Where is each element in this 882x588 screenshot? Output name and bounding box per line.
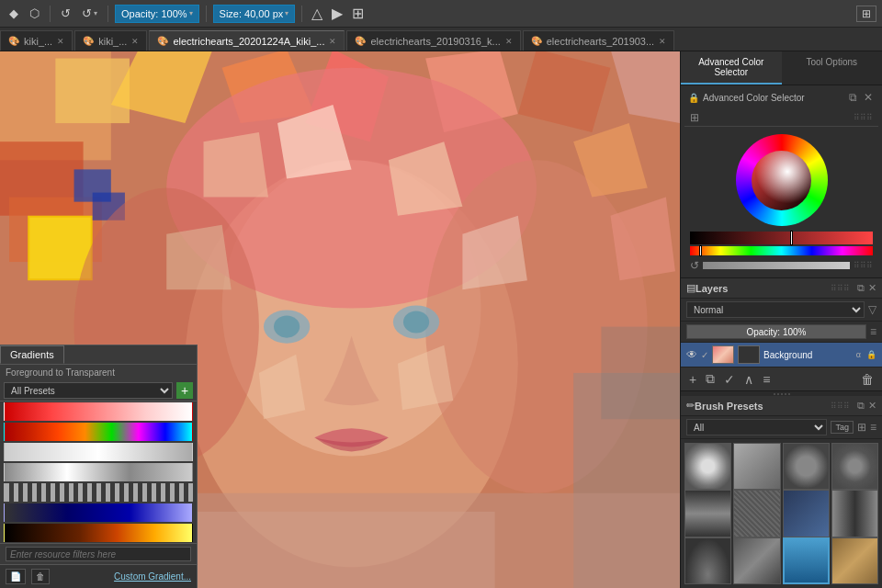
gradient-item-2[interactable] <box>4 423 193 441</box>
layer-row[interactable]: 👁 ✓ Background α 🔒 <box>681 343 882 368</box>
tab-3[interactable]: 🎨 electrichearts_20201224A_kiki_... ✕ <box>149 30 345 51</box>
brush-list-btn[interactable]: ≡ <box>870 421 876 434</box>
brush-tag-btn[interactable]: Tag <box>831 421 854 434</box>
cs-refresh-btn[interactable]: ↺ <box>690 259 699 272</box>
layer-copy-btn[interactable]: ⧉ <box>703 370 718 388</box>
svg-rect-30 <box>601 327 680 420</box>
cs-header: 🔒 Advanced Color Selector ⧉ ✕ <box>684 89 878 106</box>
tab-2-close[interactable]: ✕ <box>131 37 139 46</box>
gradients-tab[interactable]: Gradients <box>0 345 64 364</box>
window-tile-btn[interactable]: ⊞ <box>856 6 876 22</box>
crop-btn[interactable]: ⊞ <box>349 4 367 23</box>
undo-btn[interactable]: ↺ <box>57 5 74 22</box>
layers-detach-btn[interactable]: ⧉ <box>857 282 865 294</box>
gradient-add-btn[interactable]: + <box>176 382 193 399</box>
brush-thumb-1[interactable] <box>684 443 731 490</box>
brush-thumb-2[interactable] <box>733 443 780 490</box>
layers-icon: ▤ <box>686 282 695 294</box>
tab-4-icon: 🎨 <box>355 36 366 46</box>
custom-gradient-btn[interactable]: Custom Gradient... <box>114 571 191 582</box>
gradient-item-6[interactable] <box>4 503 193 522</box>
gradient-filter-input[interactable] <box>6 547 191 561</box>
tab-2[interactable]: 🎨 kiki_... ✕ <box>74 30 147 51</box>
cs-gray-slider[interactable] <box>703 262 850 269</box>
gradient-item-3[interactable] <box>4 443 193 461</box>
brush-thumb-9[interactable] <box>684 537 731 584</box>
blend-mode-select[interactable]: Normal <box>686 301 865 318</box>
tab-1[interactable]: 🎨 kiki_... ✕ <box>0 30 73 51</box>
layer-mask-thumbnail <box>738 345 760 364</box>
cs-controls: ⧉ ✕ <box>847 91 875 104</box>
gradient-import-btn[interactable]: 📄 <box>6 569 26 584</box>
layer-properties-btn[interactable]: ≡ <box>760 371 773 388</box>
tab-tool-options[interactable]: Tool Options <box>782 51 883 85</box>
tab-3-close[interactable]: ✕ <box>329 37 336 46</box>
brush-thumb-8[interactable] <box>831 490 878 537</box>
size-box[interactable]: Size: 40,00 px ▾ <box>213 5 296 23</box>
layers-drag-handle: ⠿⠿⠿ <box>831 284 850 293</box>
brush-thumb-4[interactable] <box>831 443 878 490</box>
layer-delete-btn[interactable]: 🗑 <box>858 371 876 388</box>
gradients-panel: Gradients Foreground to Transparent All … <box>0 345 198 588</box>
size-label: Size: 40,00 px <box>220 8 284 19</box>
gradient-delete-btn[interactable]: 🗑 <box>31 569 50 584</box>
tab-5[interactable]: 🎨 electrichearts_201903... ✕ <box>523 30 674 51</box>
layers-close-btn[interactable]: ✕ <box>868 282 876 294</box>
layer-up-btn[interactable]: ∧ <box>741 371 756 388</box>
brush-thumb-3[interactable] <box>783 443 830 490</box>
cs-close-btn[interactable]: ✕ <box>862 91 875 104</box>
brush-thumb-10[interactable] <box>733 537 780 584</box>
svg-marker-23 <box>203 132 267 197</box>
opacity-label: Opacity: 100% <box>121 8 187 19</box>
tab-1-close[interactable]: ✕ <box>57 37 64 46</box>
brush-presets-detach-btn[interactable]: ⧉ <box>857 400 865 412</box>
mirror-btn[interactable]: △ <box>309 4 325 23</box>
panel-tabs: Advanced Color Selector Tool Options <box>681 51 882 85</box>
gradient-item-1[interactable] <box>4 402 193 421</box>
layer-add-btn[interactable]: + <box>686 371 699 388</box>
tab-4-close[interactable]: ✕ <box>505 37 513 46</box>
play-btn[interactable]: ▶ <box>329 4 345 23</box>
tab-5-label: electrichearts_201903... <box>547 36 654 47</box>
brush-thumb-11[interactable] <box>783 537 830 584</box>
brush-tool-btn[interactable]: ◆ <box>6 5 22 22</box>
layer-visibility-btn[interactable]: 👁 <box>686 348 697 361</box>
brush-all-select[interactable]: All <box>686 419 827 435</box>
layers-footer: + ⧉ ✓ ∧ ≡ 🗑 <box>681 368 882 390</box>
layers-section-header[interactable]: ▤ Layers ⠿⠿⠿ ⧉ ✕ <box>681 278 882 299</box>
redo-dropdown-btn[interactable]: ↺▾ <box>78 5 101 22</box>
brush-thumb-12[interactable] <box>831 537 878 584</box>
cs-title-text: Advanced Color Selector <box>703 93 805 103</box>
canvas-area[interactable]: Gradients Foreground to Transparent All … <box>0 51 680 588</box>
cs-grid-btn[interactable]: ⊞ <box>690 111 699 124</box>
gradient-preset-select[interactable]: All Presets <box>4 382 173 399</box>
gradient-item-4[interactable] <box>4 463 193 481</box>
eraser-tool-btn[interactable]: ⬡ <box>26 5 43 22</box>
layer-check-btn[interactable]: ✓ <box>721 371 738 388</box>
svg-rect-36 <box>185 512 494 588</box>
gradient-filter-row <box>0 543 197 564</box>
tab-advanced-color-selector[interactable]: Advanced Color Selector <box>681 51 782 85</box>
brush-thumb-5[interactable] <box>684 490 731 537</box>
opacity-box[interactable]: Opacity: 100% ▾ <box>115 5 199 23</box>
brush-thumb-6[interactable] <box>733 490 780 537</box>
value-slider[interactable] <box>690 232 873 244</box>
tab-4[interactable]: 🎨 electrichearts_20190316_k... ✕ <box>346 30 520 51</box>
tab-5-close[interactable]: ✕ <box>659 37 666 46</box>
blend-filter-btn[interactable]: ▽ <box>868 303 876 316</box>
cs-drag-handle: ⠿⠿⠿ <box>854 113 873 122</box>
brush-thumb-7[interactable] <box>783 490 830 537</box>
color-wheel[interactable] <box>736 134 828 226</box>
gradient-item-5[interactable] <box>4 483 193 502</box>
opacity-slider[interactable]: Opacity: 100% <box>686 324 866 339</box>
layer-alpha-lock: α <box>856 350 861 359</box>
hue-slider[interactable] <box>690 246 873 255</box>
gradient-item-7[interactable] <box>4 524 193 542</box>
gradient-list <box>0 401 197 543</box>
tab-5-icon: 🎨 <box>531 36 542 46</box>
cs-detach-btn[interactable]: ⧉ <box>847 91 859 104</box>
cs-title: 🔒 Advanced Color Selector <box>688 93 805 103</box>
brush-layout-btn[interactable]: ⊞ <box>857 421 866 434</box>
brush-presets-close-btn[interactable]: ✕ <box>868 400 876 412</box>
opacity-menu-btn[interactable]: ≡ <box>870 325 876 338</box>
